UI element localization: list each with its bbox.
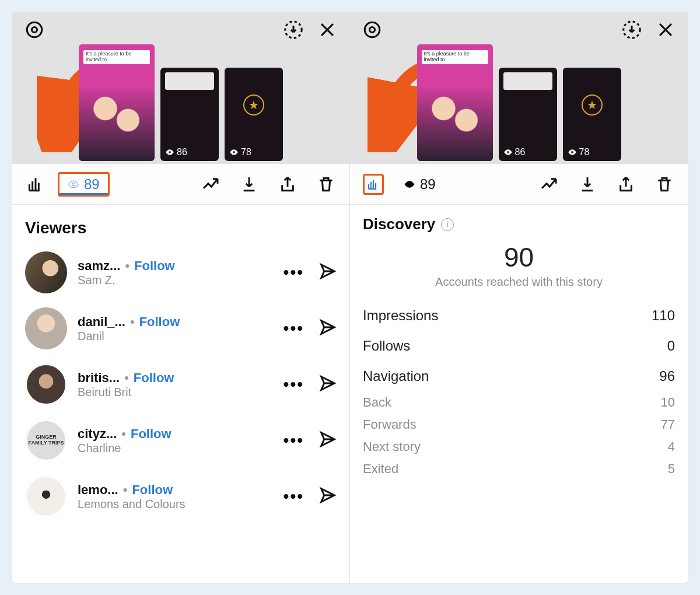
username[interactable]: samz... bbox=[78, 258, 120, 274]
viewer-row: danil_...•Follow Danil ••• bbox=[25, 300, 337, 356]
svg-point-5 bbox=[233, 151, 235, 153]
follow-button[interactable]: Follow bbox=[139, 314, 180, 330]
follow-button[interactable]: Follow bbox=[134, 370, 174, 386]
settings-icon[interactable] bbox=[360, 18, 384, 41]
story-thumbnail[interactable]: ★ 78 bbox=[225, 68, 283, 161]
avatar[interactable] bbox=[25, 363, 67, 405]
display-name: Beiruti Brit bbox=[78, 386, 273, 399]
username[interactable]: britis... bbox=[78, 370, 120, 386]
username[interactable]: cityz... bbox=[78, 426, 117, 442]
stat-label: Next story bbox=[363, 439, 421, 454]
svg-point-13 bbox=[408, 183, 411, 186]
download-icon[interactable] bbox=[282, 18, 305, 41]
display-name: Lemons and Colours bbox=[78, 498, 273, 511]
story-thumbnail[interactable]: 86 bbox=[499, 68, 557, 161]
story-header: It's a pleasure to be invited to 89 86 ★… bbox=[350, 12, 688, 164]
send-icon[interactable] bbox=[319, 487, 337, 506]
viewer-row: lemo...•Follow Lemons and Colours ••• bbox=[25, 468, 337, 524]
insights-icon[interactable] bbox=[363, 174, 384, 195]
nav-breakdown-row: Back 10 bbox=[363, 391, 675, 414]
delete-icon[interactable] bbox=[316, 174, 337, 195]
views-tab[interactable]: 89 bbox=[58, 172, 110, 197]
save-icon[interactable] bbox=[239, 174, 260, 195]
reach-count: 90 bbox=[363, 242, 675, 273]
promote-icon[interactable] bbox=[200, 174, 221, 195]
avatar[interactable] bbox=[25, 307, 67, 349]
comparison-frame: It's a pleasure to be invited to 89 86 ★… bbox=[12, 12, 688, 583]
display-name: Danil bbox=[78, 330, 273, 343]
close-icon[interactable] bbox=[654, 18, 677, 41]
more-icon[interactable]: ••• bbox=[284, 431, 304, 450]
story-action-bar: 89 bbox=[12, 164, 349, 205]
svg-point-0 bbox=[27, 22, 42, 37]
pane-insights: It's a pleasure to be invited to 89 86 ★… bbox=[350, 12, 688, 583]
more-icon[interactable]: ••• bbox=[284, 375, 304, 394]
stat-value: 5 bbox=[668, 461, 675, 477]
share-icon[interactable] bbox=[277, 174, 298, 195]
stat-row: Navigation 96 bbox=[363, 361, 675, 391]
stat-value: 4 bbox=[668, 439, 675, 454]
stat-value: 110 bbox=[652, 307, 675, 324]
stat-label: Navigation bbox=[363, 368, 429, 384]
more-icon[interactable]: ••• bbox=[284, 319, 304, 338]
send-icon[interactable] bbox=[319, 318, 337, 338]
viewer-row: britis...•Follow Beiruti Brit ••• bbox=[25, 356, 337, 412]
story-thumbnail[interactable]: 86 bbox=[160, 68, 219, 161]
share-icon[interactable] bbox=[615, 174, 636, 195]
avatar[interactable]: GINGER FAMILY TRIPS bbox=[25, 419, 67, 461]
svg-point-11 bbox=[507, 151, 509, 153]
info-icon[interactable]: i bbox=[441, 218, 454, 231]
stat-value: 10 bbox=[661, 395, 675, 410]
display-name: Charline bbox=[78, 442, 273, 455]
view-count: 89 bbox=[420, 176, 436, 192]
nav-breakdown-row: Exited 5 bbox=[363, 458, 675, 480]
svg-point-7 bbox=[365, 22, 380, 37]
views-tab[interactable]: 89 bbox=[396, 174, 444, 195]
follow-button[interactable]: Follow bbox=[134, 258, 175, 274]
send-icon[interactable] bbox=[319, 430, 337, 450]
stat-label: Exited bbox=[363, 461, 398, 477]
avatar[interactable] bbox=[25, 251, 67, 293]
send-icon[interactable] bbox=[319, 262, 337, 282]
nav-breakdown-row: Next story 4 bbox=[363, 436, 675, 458]
follow-button[interactable]: Follow bbox=[131, 426, 172, 442]
promote-icon[interactable] bbox=[538, 174, 559, 195]
download-icon[interactable] bbox=[620, 18, 643, 41]
more-icon[interactable]: ••• bbox=[284, 487, 304, 506]
story-header: It's a pleasure to be invited to 89 86 ★… bbox=[12, 12, 349, 164]
story-thumbnail-active[interactable]: It's a pleasure to be invited to 89 bbox=[79, 44, 155, 161]
display-name: Sam Z. bbox=[78, 274, 273, 287]
svg-point-1 bbox=[32, 27, 37, 32]
stat-row: Impressions 110 bbox=[363, 300, 675, 331]
svg-point-4 bbox=[169, 151, 171, 153]
viewers-content: Viewers samz...•Follow Sam Z. ••• danil_… bbox=[12, 205, 349, 583]
svg-point-8 bbox=[369, 27, 374, 32]
stat-value: 0 bbox=[667, 338, 675, 354]
insights-content: Discovery i 90 Accounts reached with thi… bbox=[350, 205, 688, 583]
reach-caption: Accounts reached with this story bbox=[426, 275, 612, 289]
more-icon[interactable]: ••• bbox=[284, 263, 304, 282]
story-action-bar: 89 bbox=[350, 164, 688, 205]
stat-label: Back bbox=[363, 395, 391, 410]
view-count: 89 bbox=[84, 176, 100, 192]
username[interactable]: danil_... bbox=[78, 314, 125, 330]
story-thumbnail-active[interactable]: It's a pleasure to be invited to 89 bbox=[417, 44, 493, 161]
insights-icon[interactable] bbox=[25, 174, 46, 195]
close-icon[interactable] bbox=[316, 18, 339, 41]
follow-button[interactable]: Follow bbox=[132, 482, 173, 498]
stat-label: Follows bbox=[363, 338, 410, 354]
stat-value: 96 bbox=[659, 368, 675, 384]
save-icon[interactable] bbox=[577, 174, 598, 195]
story-caption: It's a pleasure to be invited to bbox=[83, 50, 150, 64]
pane-viewers: It's a pleasure to be invited to 89 86 ★… bbox=[12, 12, 350, 583]
stat-label: Forwards bbox=[363, 417, 416, 432]
settings-icon[interactable] bbox=[23, 18, 46, 41]
username[interactable]: lemo... bbox=[78, 482, 118, 498]
avatar[interactable] bbox=[25, 475, 67, 517]
delete-icon[interactable] bbox=[654, 174, 675, 195]
stat-row: Follows 0 bbox=[363, 331, 675, 361]
send-icon[interactable] bbox=[319, 374, 337, 394]
story-thumbnails: It's a pleasure to be invited to 89 86 ★… bbox=[79, 44, 283, 161]
viewer-row: GINGER FAMILY TRIPS cityz...•Follow Char… bbox=[25, 412, 337, 468]
story-thumbnail[interactable]: ★ 78 bbox=[563, 68, 621, 161]
